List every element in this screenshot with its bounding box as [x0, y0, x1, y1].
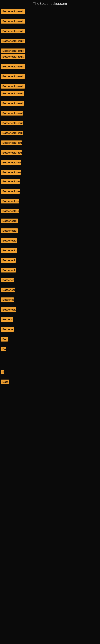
bottleneck-result-label: Bottleneck result	[1, 140, 22, 146]
bottleneck-result-label: Bottleneck result	[1, 9, 25, 14]
bottleneck-result-label: Bottleneck result	[1, 218, 18, 224]
bottleneck-result-label: Bottleneck result	[1, 150, 22, 156]
bottleneck-result-label: B	[1, 370, 4, 375]
bottleneck-result-label: Bottleneck	[1, 298, 14, 303]
bottleneck-result-label: Bottleneck result	[1, 268, 16, 273]
site-title: TheBottlenecker.com	[0, 0, 100, 8]
bottleneck-result-label: Bottleneck result	[1, 74, 25, 80]
bottleneck-result-label: Bot	[1, 337, 8, 342]
bottleneck-result-label: Bottleneck	[1, 327, 14, 332]
bottleneck-result-label: Bo	[1, 347, 6, 352]
bottleneck-result-label: Bottleneck result	[1, 64, 25, 70]
bottleneck-result-label: Bottleneck result	[1, 248, 17, 254]
bottleneck-result-label: Bottleneck result	[1, 209, 19, 214]
bottleneck-result-label: Bottleneck res	[1, 307, 16, 313]
bottleneck-result-label: Bottleneck result	[1, 199, 19, 204]
bottleneck-result-label: Bottleneck result	[1, 160, 21, 166]
bottleneck-result-label: Bottleneck r	[1, 258, 16, 264]
bottleneck-result-label: Bottleneck result	[1, 84, 25, 89]
bottleneck-result-label: Bottleneck result	[1, 48, 25, 54]
bottleneck-result-label: Bottleneck result	[1, 179, 20, 184]
bottleneck-result-label: Bottleneck result	[1, 170, 21, 176]
bottleneck-result-label: Bottlenec	[1, 278, 14, 283]
bottleneck-result-label: Bottleneck result	[1, 54, 25, 60]
bottleneck-result-label: Bottleneck result	[1, 130, 23, 136]
bottleneck-result-label: Bottleneck result	[1, 19, 25, 24]
bottleneck-result-label: Bottleneck result	[1, 111, 23, 116]
bottleneck-result-label: Bottl	[1, 380, 9, 385]
bottleneck-result-label: Bottleneck result	[1, 29, 25, 34]
bottleneck-result-label: Bottleneck result	[1, 228, 18, 234]
bottleneck-result-label: Bottleneck result	[1, 39, 25, 44]
bottleneck-result-label: Bottleneck result	[1, 91, 24, 96]
bottleneck-result-label: Bottlens	[1, 317, 13, 322]
bottleneck-result-label: Bottleneck result	[1, 101, 24, 106]
bottleneck-result-label: Bottleneck result	[1, 121, 23, 126]
bottleneck-result-label: Bottleneck r	[1, 288, 15, 293]
bottleneck-result-label: Bottleneck result	[1, 189, 20, 194]
bottleneck-result-label: Bottleneck re	[1, 238, 17, 244]
